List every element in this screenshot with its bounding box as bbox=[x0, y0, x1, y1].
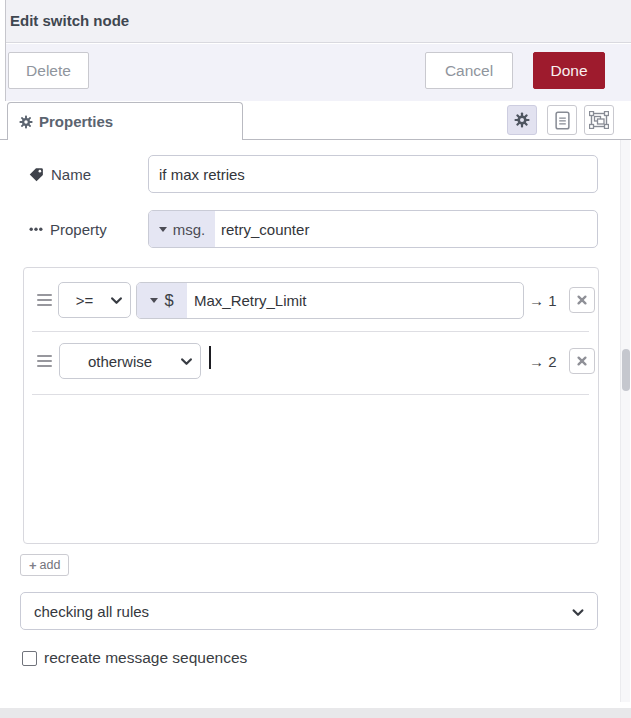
document-icon bbox=[555, 111, 570, 130]
rule2-value-area[interactable] bbox=[209, 343, 518, 380]
appearance-tool-button[interactable] bbox=[584, 105, 614, 135]
property-field: msg. bbox=[148, 210, 598, 248]
remove-rule-icon bbox=[577, 295, 587, 305]
property-type-label: msg. bbox=[173, 221, 206, 238]
done-button[interactable]: Done bbox=[533, 52, 605, 89]
caret-down-icon bbox=[159, 227, 167, 232]
plus-icon: + bbox=[29, 558, 37, 573]
recreate-sequences-checkbox[interactable] bbox=[22, 651, 37, 666]
drag-handle-icon[interactable] bbox=[37, 355, 52, 367]
property-label: Property bbox=[50, 221, 107, 238]
workspace-footer-strip bbox=[0, 708, 631, 718]
name-label: Name bbox=[51, 166, 91, 183]
property-type-dropdown[interactable]: msg. bbox=[149, 211, 215, 247]
dialog-button-row: Delete Cancel Done bbox=[0, 44, 631, 101]
delete-button[interactable]: Delete bbox=[8, 52, 89, 89]
chevron-down-icon bbox=[181, 358, 192, 366]
rule-mode-select[interactable]: checking all rules bbox=[20, 592, 598, 630]
gear-icon bbox=[514, 112, 530, 128]
rule1-operator-select[interactable]: >= bbox=[58, 282, 131, 318]
vertical-scrollbar[interactable] bbox=[620, 140, 630, 702]
edit-switch-node-dialog: Edit switch node Delete Cancel Done bbox=[0, 0, 631, 718]
expression-type-label: $ bbox=[164, 291, 173, 310]
property-row-label: Property bbox=[29, 210, 107, 248]
recreate-sequences-label: recreate message sequences bbox=[44, 649, 247, 667]
rules-list: >= $ → 1 otherwise bbox=[23, 267, 599, 544]
tag-icon bbox=[29, 167, 44, 182]
rule2-operator-select[interactable]: otherwise bbox=[59, 343, 201, 379]
property-input[interactable] bbox=[215, 211, 597, 247]
rule1-value-field: $ bbox=[136, 282, 524, 319]
rule1-value-input[interactable] bbox=[187, 283, 523, 318]
text-caret bbox=[209, 346, 211, 369]
tray-resize-edge[interactable] bbox=[0, 0, 6, 101]
object-group-icon bbox=[589, 111, 609, 129]
cancel-button[interactable]: Cancel bbox=[425, 52, 513, 89]
tab-bar: Properties bbox=[0, 101, 631, 140]
remove-rule-icon bbox=[577, 356, 587, 366]
scrollbar-thumb[interactable] bbox=[622, 349, 630, 391]
rule1-output-label: → 1 bbox=[529, 282, 557, 319]
description-tool-button[interactable] bbox=[547, 105, 577, 135]
drag-handle-icon[interactable] bbox=[37, 294, 52, 306]
tab-properties[interactable]: Properties bbox=[7, 102, 243, 140]
rule2-remove-button[interactable] bbox=[569, 348, 595, 374]
rule2-output-label: → 2 bbox=[529, 343, 557, 380]
ellipsis-icon bbox=[29, 227, 43, 232]
rule-separator bbox=[32, 394, 589, 395]
gear-icon bbox=[19, 115, 33, 129]
add-rule-button[interactable]: + add bbox=[20, 554, 69, 576]
rule1-remove-button[interactable] bbox=[569, 287, 595, 313]
name-field bbox=[148, 155, 598, 193]
rule-separator bbox=[32, 331, 589, 332]
rule1-value-type-dropdown[interactable]: $ bbox=[137, 283, 187, 318]
rule2-operator-value: otherwise bbox=[88, 353, 152, 370]
name-input[interactable] bbox=[149, 156, 597, 192]
chevron-down-icon bbox=[572, 609, 584, 617]
dialog-title: Edit switch node bbox=[10, 0, 129, 42]
caret-down-icon bbox=[150, 298, 158, 303]
add-rule-label: add bbox=[40, 558, 61, 572]
rule1-operator-value: >= bbox=[76, 292, 94, 309]
properties-tool-button[interactable] bbox=[507, 105, 537, 135]
tab-properties-label: Properties bbox=[39, 113, 113, 130]
name-row-label: Name bbox=[29, 155, 91, 193]
chevron-down-icon bbox=[111, 297, 122, 305]
rule-mode-value: checking all rules bbox=[34, 603, 149, 620]
dialog-titlebar: Edit switch node bbox=[0, 0, 631, 43]
